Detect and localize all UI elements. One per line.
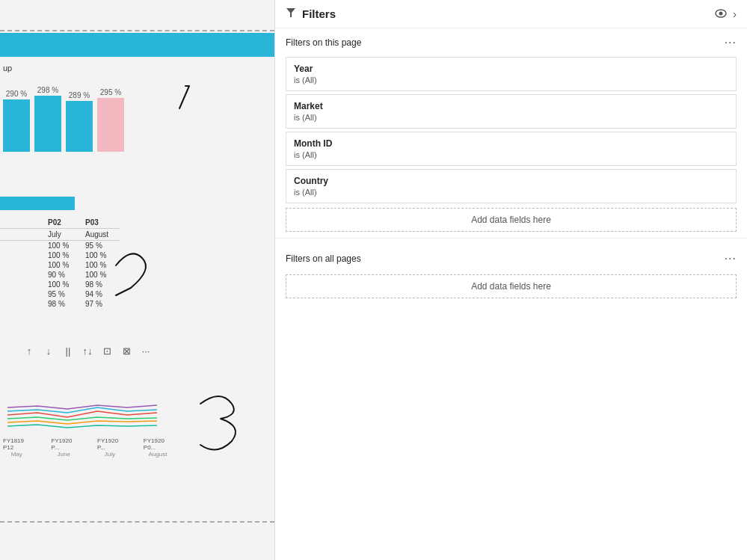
dashed-top-border	[0, 30, 274, 31]
filters-panel-title: Filters	[302, 7, 709, 20]
year-filter-card[interactable]: Year is (All)	[286, 57, 737, 91]
table-cell: 98 %	[45, 299, 82, 309]
table-col-subheader: August	[82, 229, 120, 241]
table-cell: 100 %	[82, 270, 120, 280]
filter-funnel-icon	[286, 7, 296, 20]
line-chart-x-label: FY1920 P...June	[51, 437, 76, 458]
table-empty-subheader	[0, 229, 45, 241]
year-filter-value: is (All)	[294, 76, 728, 84]
table-col-header: P02	[45, 217, 82, 229]
table-empty-cell	[0, 241, 45, 250]
group-label: up	[3, 64, 12, 73]
country-filter-card[interactable]: Country is (All)	[286, 169, 737, 203]
line-chart-x-label: FY1920 P...July	[97, 437, 123, 458]
table-row: 90 %100 %	[0, 270, 172, 280]
line-chart-x-labels: FY1819 P12MayFY1920 P...JuneFY1920 P...J…	[0, 437, 172, 458]
table-cell: 95 %	[45, 289, 82, 299]
market-filter-card[interactable]: Market is (All)	[286, 94, 737, 129]
table-cell: 95 %	[82, 241, 120, 250]
table-row: 100 %95 %	[0, 241, 172, 250]
year-filter-name: Year	[294, 64, 728, 74]
table-empty-cell	[0, 289, 45, 299]
table-row: 100 %100 %	[0, 260, 172, 270]
line-chart-x-label: FY1920 P0...August	[144, 437, 172, 458]
bar-item: 289 %	[66, 91, 93, 152]
table-col-subheader: July	[45, 229, 82, 241]
filters-all-pages-label: Filters on all pages ···	[275, 244, 747, 270]
table-row: 100 %98 %	[0, 280, 172, 289]
table-cell: 100 %	[45, 241, 82, 250]
filters-header: Filters ›	[275, 0, 747, 28]
table-cell: 100 %	[45, 260, 82, 270]
bar-rect	[34, 96, 61, 152]
table-empty-cell	[0, 270, 45, 280]
svg-point-2	[719, 11, 723, 15]
table-header-row: P02P03	[0, 217, 172, 229]
line-chart-area: FY1819 P12MayFY1920 P...JuneFY1920 P...J…	[0, 366, 172, 464]
toolbar-icon[interactable]: ⊡	[100, 344, 114, 357]
toolbar-icon[interactable]: ||	[61, 344, 75, 357]
table-row: 98 %97 %	[0, 299, 172, 309]
add-data-fields-all-pages-button[interactable]: Add data fields here	[286, 274, 737, 298]
bar-percentage-label: 295 %	[100, 88, 121, 96]
month-id-filter-card[interactable]: Month ID is (All)	[286, 132, 737, 166]
table-row: 95 %94 %	[0, 289, 172, 299]
filters-dots-menu[interactable]: ···	[725, 36, 737, 49]
table-cell: 100 %	[82, 260, 120, 270]
toolbar-icon[interactable]: ···	[139, 344, 153, 357]
month-id-filter-value: is (All)	[294, 150, 728, 159]
section-divider	[275, 238, 747, 239]
country-filter-name: Country	[294, 176, 728, 186]
table-row: 100 %100 %	[0, 250, 172, 260]
table-col-header: P03	[82, 217, 120, 229]
toolbar-area: ↑↓||↑↓⊡⊠···	[22, 344, 153, 357]
table-cell: 94 %	[82, 289, 120, 299]
table-area: P02P03 JulyAugust 100 %95 %100 %100 %100…	[0, 217, 172, 309]
bar-percentage-label: 290 %	[6, 90, 27, 98]
left-panel: up 290 %298 %289 %295 % P02P03 JulyAugus…	[0, 0, 275, 560]
month-id-filter-name: Month ID	[294, 138, 728, 149]
cyan-header-bar	[0, 33, 274, 57]
eye-icon[interactable]	[715, 8, 727, 20]
filters-on-page-label: Filters on this page ···	[275, 28, 747, 54]
bar-percentage-label: 298 %	[37, 86, 58, 94]
dashed-bottom-border	[0, 521, 274, 523]
bar-chart-area: 290 %298 %289 %295 %	[0, 86, 165, 152]
toolbar-icon[interactable]: ⊠	[120, 344, 133, 357]
bar-rect	[97, 98, 124, 152]
toolbar-icon[interactable]: ↑↓	[81, 344, 94, 357]
table-cell: 98 %	[82, 280, 120, 289]
chevron-right-icon[interactable]: ›	[733, 8, 737, 20]
table-subheader-row: JulyAugust	[0, 229, 172, 241]
bar-rect	[3, 99, 30, 152]
table-cell: 90 %	[45, 270, 82, 280]
table-cell: 100 %	[45, 280, 82, 289]
table-cell: 100 %	[45, 250, 82, 260]
add-data-fields-page-button[interactable]: Add data fields here	[286, 208, 737, 232]
filters-panel: Filters › Filters on this page ··· Year …	[275, 0, 747, 560]
market-filter-name: Market	[294, 101, 728, 111]
bar-item: 290 %	[3, 90, 30, 152]
bar-chart-bars: 290 %298 %289 %295 %	[0, 86, 165, 152]
svg-marker-0	[286, 8, 295, 17]
table-empty-cell	[0, 299, 45, 309]
table-empty-cell	[0, 280, 45, 289]
market-filter-value: is (All)	[294, 113, 728, 122]
table-cell: 97 %	[82, 299, 120, 309]
bar-percentage-label: 289 %	[69, 91, 90, 99]
table-cell: 100 %	[82, 250, 120, 260]
toolbar-icon[interactable]: ↑	[22, 344, 36, 357]
small-cyan-block	[0, 197, 75, 210]
bar-rect	[66, 101, 93, 152]
table-empty-header	[0, 217, 45, 229]
toolbar-icon[interactable]: ↓	[42, 344, 55, 357]
filters-all-pages-dots[interactable]: ···	[725, 252, 737, 265]
bar-item: 298 %	[34, 86, 61, 152]
table-empty-cell	[0, 260, 45, 270]
table-empty-cell	[0, 250, 45, 260]
line-chart-x-label: FY1819 P12May	[3, 437, 30, 458]
bar-item: 295 %	[97, 88, 124, 152]
country-filter-value: is (All)	[294, 188, 728, 197]
